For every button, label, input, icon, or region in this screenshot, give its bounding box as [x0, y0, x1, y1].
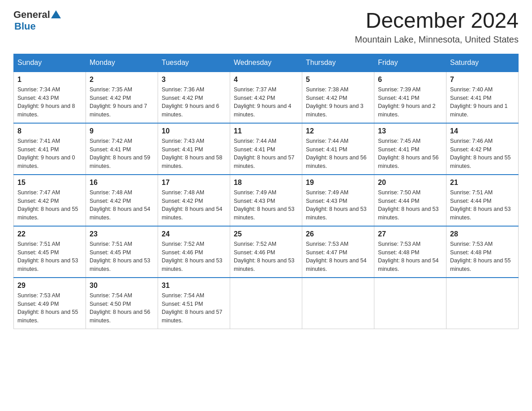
day-info: Sunrise: 7:41 AMSunset: 4:41 PMDaylight:… — [17, 137, 82, 171]
day-info: Sunrise: 7:53 AMSunset: 4:49 PMDaylight:… — [17, 291, 82, 325]
calendar-cell: 11 Sunrise: 7:44 AMSunset: 4:41 PMDaylig… — [230, 123, 302, 175]
day-info: Sunrise: 7:38 AMSunset: 4:42 PMDaylight:… — [306, 86, 370, 119]
day-header-saturday: Saturday — [446, 54, 519, 72]
calendar-cell: 13 Sunrise: 7:45 AMSunset: 4:41 PMDaylig… — [374, 123, 446, 175]
logo-blue: Blue — [14, 21, 61, 32]
calendar-cell: 3 Sunrise: 7:36 AMSunset: 4:42 PMDayligh… — [158, 72, 230, 123]
title-section: December 2024 Mountain Lake, Minnesota, … — [355, 9, 519, 45]
calendar-cell: 29 Sunrise: 7:53 AMSunset: 4:49 PMDaylig… — [14, 278, 86, 329]
calendar-cell: 19 Sunrise: 7:49 AMSunset: 4:43 PMDaylig… — [302, 175, 374, 226]
day-info: Sunrise: 7:45 AMSunset: 4:41 PMDaylight:… — [378, 137, 442, 171]
day-info: Sunrise: 7:51 AMSunset: 4:45 PMDaylight:… — [17, 240, 82, 274]
day-number: 11 — [234, 127, 298, 135]
day-info: Sunrise: 7:48 AMSunset: 4:42 PMDaylight:… — [90, 188, 154, 222]
day-number: 25 — [234, 230, 298, 238]
day-info: Sunrise: 7:49 AMSunset: 4:43 PMDaylight:… — [234, 188, 298, 222]
day-header-monday: Monday — [86, 54, 158, 72]
day-info: Sunrise: 7:43 AMSunset: 4:41 PMDaylight:… — [162, 137, 226, 171]
day-info: Sunrise: 7:52 AMSunset: 4:46 PMDaylight:… — [162, 240, 226, 274]
calendar-week-row: 15 Sunrise: 7:47 AMSunset: 4:42 PMDaylig… — [14, 175, 519, 226]
month-title: December 2024 — [355, 9, 519, 33]
day-header-sunday: Sunday — [14, 54, 86, 72]
calendar-week-row: 22 Sunrise: 7:51 AMSunset: 4:45 PMDaylig… — [14, 226, 519, 278]
calendar-cell: 5 Sunrise: 7:38 AMSunset: 4:42 PMDayligh… — [302, 72, 374, 123]
day-info: Sunrise: 7:35 AMSunset: 4:42 PMDaylight:… — [90, 86, 154, 119]
day-info: Sunrise: 7:37 AMSunset: 4:42 PMDaylight:… — [234, 86, 298, 119]
calendar-cell — [302, 278, 374, 329]
day-number: 31 — [162, 282, 226, 290]
svg-marker-0 — [51, 10, 61, 18]
calendar-cell: 20 Sunrise: 7:50 AMSunset: 4:44 PMDaylig… — [374, 175, 446, 226]
day-info: Sunrise: 7:40 AMSunset: 4:41 PMDaylight:… — [450, 86, 515, 119]
day-info: Sunrise: 7:54 AMSunset: 4:51 PMDaylight:… — [162, 291, 226, 325]
calendar-cell: 7 Sunrise: 7:40 AMSunset: 4:41 PMDayligh… — [446, 72, 519, 123]
day-header-friday: Friday — [374, 54, 446, 72]
day-number: 20 — [378, 179, 442, 187]
calendar-cell: 31 Sunrise: 7:54 AMSunset: 4:51 PMDaylig… — [158, 278, 230, 329]
calendar-cell: 12 Sunrise: 7:44 AMSunset: 4:41 PMDaylig… — [302, 123, 374, 175]
calendar-cell: 22 Sunrise: 7:51 AMSunset: 4:45 PMDaylig… — [14, 226, 86, 278]
day-number: 5 — [306, 76, 370, 84]
day-number: 3 — [162, 76, 226, 84]
logo: General Blue — [13, 9, 61, 32]
day-number: 6 — [378, 76, 442, 84]
calendar-cell: 17 Sunrise: 7:48 AMSunset: 4:42 PMDaylig… — [158, 175, 230, 226]
day-number: 28 — [450, 230, 515, 238]
calendar-cell: 28 Sunrise: 7:53 AMSunset: 4:48 PMDaylig… — [446, 226, 519, 278]
day-number: 13 — [378, 127, 442, 135]
calendar-cell — [230, 278, 302, 329]
calendar-cell: 10 Sunrise: 7:43 AMSunset: 4:41 PMDaylig… — [158, 123, 230, 175]
logo-triangle-icon — [51, 9, 61, 19]
day-number: 10 — [162, 127, 226, 135]
calendar-week-row: 1 Sunrise: 7:34 AMSunset: 4:43 PMDayligh… — [14, 72, 519, 123]
day-info: Sunrise: 7:51 AMSunset: 4:44 PMDaylight:… — [450, 188, 515, 222]
day-info: Sunrise: 7:47 AMSunset: 4:42 PMDaylight:… — [17, 188, 82, 222]
day-info: Sunrise: 7:44 AMSunset: 4:41 PMDaylight:… — [234, 137, 298, 171]
day-header-tuesday: Tuesday — [158, 54, 230, 72]
day-info: Sunrise: 7:46 AMSunset: 4:42 PMDaylight:… — [450, 137, 515, 171]
day-number: 18 — [234, 179, 298, 187]
calendar-cell: 24 Sunrise: 7:52 AMSunset: 4:46 PMDaylig… — [158, 226, 230, 278]
calendar-cell: 23 Sunrise: 7:51 AMSunset: 4:45 PMDaylig… — [86, 226, 158, 278]
day-number: 12 — [306, 127, 370, 135]
day-number: 29 — [17, 282, 82, 290]
calendar-header-row: SundayMondayTuesdayWednesdayThursdayFrid… — [14, 54, 519, 72]
day-number: 17 — [162, 179, 226, 187]
calendar-cell: 1 Sunrise: 7:34 AMSunset: 4:43 PMDayligh… — [14, 72, 86, 123]
calendar-cell: 18 Sunrise: 7:49 AMSunset: 4:43 PMDaylig… — [230, 175, 302, 226]
day-number: 23 — [90, 230, 154, 238]
calendar-table: SundayMondayTuesdayWednesdayThursdayFrid… — [13, 54, 519, 329]
day-header-wednesday: Wednesday — [230, 54, 302, 72]
day-number: 14 — [450, 127, 515, 135]
day-info: Sunrise: 7:44 AMSunset: 4:41 PMDaylight:… — [306, 137, 370, 171]
day-number: 7 — [450, 76, 515, 84]
calendar-cell: 6 Sunrise: 7:39 AMSunset: 4:41 PMDayligh… — [374, 72, 446, 123]
calendar-week-row: 29 Sunrise: 7:53 AMSunset: 4:49 PMDaylig… — [14, 278, 519, 329]
day-info: Sunrise: 7:53 AMSunset: 4:48 PMDaylight:… — [378, 240, 442, 274]
calendar-cell: 4 Sunrise: 7:37 AMSunset: 4:42 PMDayligh… — [230, 72, 302, 123]
calendar-cell: 14 Sunrise: 7:46 AMSunset: 4:42 PMDaylig… — [446, 123, 519, 175]
day-number: 4 — [234, 76, 298, 84]
day-info: Sunrise: 7:48 AMSunset: 4:42 PMDaylight:… — [162, 188, 226, 222]
day-number: 1 — [17, 76, 82, 84]
day-number: 19 — [306, 179, 370, 187]
day-number: 27 — [378, 230, 442, 238]
day-info: Sunrise: 7:49 AMSunset: 4:43 PMDaylight:… — [306, 188, 370, 222]
day-info: Sunrise: 7:53 AMSunset: 4:47 PMDaylight:… — [306, 240, 370, 274]
day-info: Sunrise: 7:52 AMSunset: 4:46 PMDaylight:… — [234, 240, 298, 274]
location-subtitle: Mountain Lake, Minnesota, United States — [355, 34, 519, 45]
day-number: 30 — [90, 282, 154, 290]
calendar-cell: 26 Sunrise: 7:53 AMSunset: 4:47 PMDaylig… — [302, 226, 374, 278]
day-info: Sunrise: 7:34 AMSunset: 4:43 PMDaylight:… — [17, 86, 82, 119]
day-number: 9 — [90, 127, 154, 135]
day-number: 21 — [450, 179, 515, 187]
calendar-cell: 21 Sunrise: 7:51 AMSunset: 4:44 PMDaylig… — [446, 175, 519, 226]
day-number: 16 — [90, 179, 154, 187]
page-header: General Blue December 2024 Mountain Lake… — [13, 9, 519, 45]
day-info: Sunrise: 7:53 AMSunset: 4:48 PMDaylight:… — [450, 240, 515, 274]
day-info: Sunrise: 7:51 AMSunset: 4:45 PMDaylight:… — [90, 240, 154, 274]
day-info: Sunrise: 7:39 AMSunset: 4:41 PMDaylight:… — [378, 86, 442, 119]
calendar-cell: 30 Sunrise: 7:54 AMSunset: 4:50 PMDaylig… — [86, 278, 158, 329]
day-number: 8 — [17, 127, 82, 135]
day-number: 22 — [17, 230, 82, 238]
